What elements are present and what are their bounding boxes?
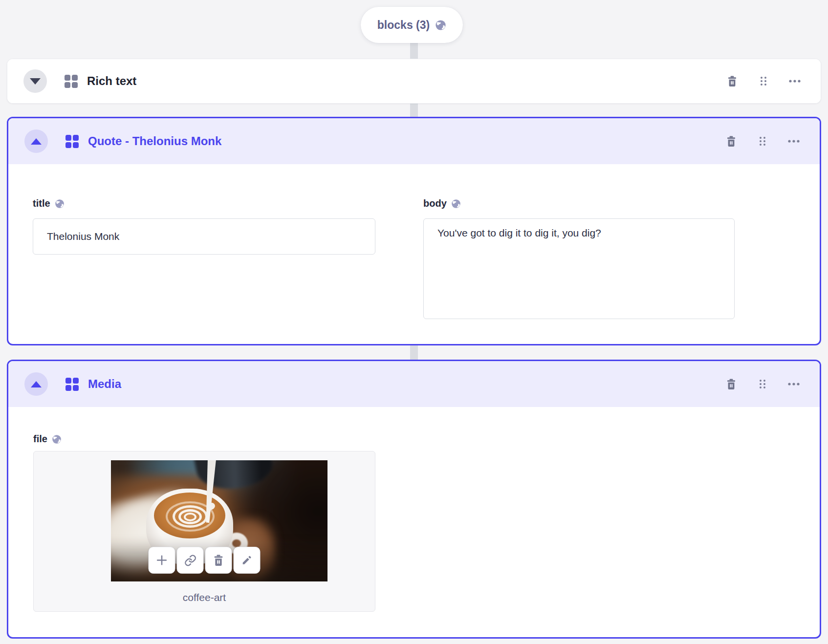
block-title: Quote - Thelonius Monk [88, 134, 221, 148]
file-upload-field: coffee-art [33, 451, 375, 612]
globe-icon [52, 434, 62, 444]
block-type-grid-icon [65, 135, 79, 148]
triangle-up-icon [31, 138, 42, 145]
pencil-icon [241, 554, 253, 566]
triangle-down-icon [30, 78, 41, 85]
edit-file-button[interactable] [234, 547, 261, 574]
block-title: Rich text [87, 74, 136, 88]
field-label-text: file [33, 433, 47, 445]
delete-block-button[interactable] [724, 377, 739, 391]
more-options-button[interactable] [786, 134, 801, 149]
plus-icon [155, 554, 169, 567]
add-file-button[interactable] [149, 547, 175, 574]
globe-icon [435, 20, 446, 31]
globe-icon [451, 199, 461, 209]
delete-block-button[interactable] [724, 134, 739, 149]
trash-icon [213, 554, 224, 566]
body-field-label: body [423, 198, 461, 209]
drag-handle-icon[interactable] [755, 134, 770, 149]
link-icon [184, 554, 196, 567]
title-field-label: title [33, 198, 65, 209]
block-title: Media [88, 377, 121, 391]
remove-file-button[interactable] [205, 547, 232, 574]
collapse-button[interactable] [24, 372, 48, 396]
drag-handle-icon[interactable] [756, 74, 771, 88]
file-field-label: file [33, 433, 62, 445]
more-options-button[interactable] [787, 74, 802, 88]
file-name-caption: coffee-art [34, 592, 375, 603]
title-input[interactable] [33, 218, 375, 255]
block-type-grid-icon [65, 378, 79, 391]
block-quote-header[interactable]: Quote - Thelonius Monk [8, 118, 820, 164]
field-label-text: body [423, 198, 447, 209]
blocks-count-label: blocks (3) [377, 19, 430, 32]
triangle-up-icon [31, 381, 42, 387]
block-editor: blocks (3) Rich text [0, 0, 828, 644]
drag-handle-icon[interactable] [755, 377, 770, 391]
collapse-button[interactable] [24, 129, 48, 153]
field-label-text: title [33, 198, 50, 209]
globe-icon [55, 199, 65, 209]
file-action-toolbar [149, 547, 261, 574]
expand-button[interactable] [23, 69, 47, 93]
blocks-count-pill[interactable]: blocks (3) [361, 7, 463, 43]
delete-block-button[interactable] [725, 74, 740, 88]
block-media-header[interactable]: Media [8, 361, 820, 407]
block-media: Media [7, 360, 821, 639]
block-quote: Quote - Thelonius Monk [7, 117, 821, 345]
more-options-button[interactable] [786, 377, 801, 391]
body-textarea[interactable]: You've got to dig it to dig it, you dig? [423, 218, 735, 319]
block-rich-text-header[interactable]: Rich text [7, 59, 821, 103]
block-type-grid-icon [65, 75, 78, 88]
block-rich-text: Rich text [7, 59, 821, 104]
link-file-button[interactable] [177, 547, 204, 574]
